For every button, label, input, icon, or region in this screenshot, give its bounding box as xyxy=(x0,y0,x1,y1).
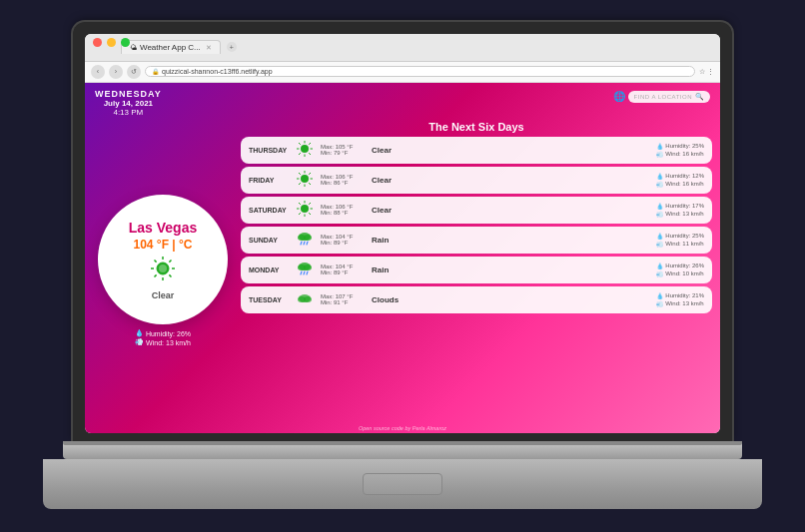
day-humidity-value: Humidity: 26% xyxy=(665,263,704,268)
day-condition: Clear xyxy=(372,176,650,185)
day-weather-icon xyxy=(295,289,315,310)
wind-blow-icon: 💨 xyxy=(656,241,663,248)
wind-blow-icon: 💨 xyxy=(656,151,663,158)
browser-actions: ☆ ⋮ xyxy=(699,68,714,76)
humidity-label: Humidity: xyxy=(146,330,175,337)
forecast-day-friday: FRIDAY Max: 106 °F Min: 86 °F Clear xyxy=(241,167,712,194)
day-condition: Clouds xyxy=(372,295,650,304)
svg-line-40 xyxy=(301,242,302,245)
new-tab-button[interactable]: + xyxy=(227,42,237,52)
day-condition: Rain xyxy=(372,266,650,274)
wind-blow-icon: 💨 xyxy=(656,300,663,307)
day-weather-icon xyxy=(295,230,315,251)
tab-bar: 🌤 Weather App C... ✕ + xyxy=(85,34,720,62)
wind-blow-icon: 💨 xyxy=(656,270,663,277)
humidity-row: 💧 Humidity: 26% xyxy=(135,329,191,337)
weather-body: Las Vegas 104 °F | °C xyxy=(85,121,720,425)
forward-button[interactable]: › xyxy=(109,65,123,79)
forecast-day-saturday: SATURDAY Max: 106 °F Min: 88 °F Cle xyxy=(241,197,712,224)
temperature: 104 °F | °C xyxy=(134,238,193,252)
svg-line-6 xyxy=(169,274,171,276)
current-weather-icon xyxy=(149,255,177,288)
day-wind-value: Wind: 16 km/h xyxy=(665,151,703,157)
laptop-hinge xyxy=(63,441,742,445)
nav-bar: ‹ › ↺ 🔒 quizzical-shannon-c13ff6.netlify… xyxy=(85,62,720,83)
footer-credit: Open source code by Perla Almaroz xyxy=(85,425,720,433)
day-humidity: 💧 Humidity: 26% xyxy=(656,263,704,269)
humidity-drop-icon: 💧 xyxy=(656,263,663,269)
location-input[interactable]: FIND A LOCATION 🔍 xyxy=(628,91,710,103)
day-temps: Max: 104 °F Min: 89 °F xyxy=(321,264,366,275)
day-name: THURSDAY xyxy=(249,147,289,154)
day-weather-icon xyxy=(295,140,315,161)
forecast-panel: The Next Six Days THURSDAY xyxy=(241,121,712,421)
svg-line-42 xyxy=(307,242,308,245)
svg-line-47 xyxy=(304,271,305,274)
maximize-button[interactable] xyxy=(121,38,130,47)
day-humidity-value: Humidity: 21% xyxy=(665,292,704,298)
day-name: SUNDAY xyxy=(249,237,289,244)
weather-header: WEDNESDAY July 14, 2021 4:13 PM 🌐 FIND A… xyxy=(85,83,720,121)
forecast-day-tuesday: TUESDAY Max: 107 °F Min: 91 °F Clouds 💧 … xyxy=(241,286,712,313)
day-wind: 💨 Wind: 16 km/h xyxy=(656,151,704,158)
svg-line-5 xyxy=(155,260,157,262)
day-min: Min: 88 °F xyxy=(321,210,366,216)
day-details: 💧 Humidity: 21% 💨 Wind: 13 km/h xyxy=(656,292,704,307)
svg-point-51 xyxy=(304,296,312,302)
svg-point-9 xyxy=(159,265,167,272)
wind-label: Wind: xyxy=(146,339,164,346)
humidity-drop-icon: 💧 xyxy=(656,173,663,180)
svg-line-48 xyxy=(307,271,308,274)
svg-line-25 xyxy=(309,183,311,185)
day-details: 💧 Humidity: 12% 💨 Wind: 16 km/h xyxy=(656,173,704,188)
svg-point-28 xyxy=(301,205,309,213)
wind-blow-icon: 💨 xyxy=(656,211,663,218)
svg-point-39 xyxy=(304,235,312,241)
back-button[interactable]: ‹ xyxy=(91,65,105,79)
wind-icon: 💨 xyxy=(135,338,144,346)
address-bar[interactable]: 🔒 quizzical-shannon-c13ff6.netlify.app xyxy=(145,66,695,77)
day-humidity: 💧 Humidity: 25% xyxy=(656,143,704,150)
day-temps: Max: 104 °F Min: 89 °F xyxy=(321,234,366,246)
svg-line-24 xyxy=(299,173,301,175)
day-humidity-value: Humidity: 25% xyxy=(665,143,704,149)
humidity-drop-icon: 💧 xyxy=(656,143,663,150)
day-min: Min: 89 °F xyxy=(321,240,366,246)
day-min: Min: 79 °F xyxy=(321,150,366,156)
svg-line-8 xyxy=(155,274,157,276)
day-wind: 💨 Wind: 10 km/h xyxy=(656,270,704,277)
current-circle: Las Vegas 104 °F | °C xyxy=(98,195,228,324)
trackpad[interactable] xyxy=(363,473,442,495)
svg-line-26 xyxy=(309,173,311,175)
humidity-drop-icon: 💧 xyxy=(656,203,663,210)
day-condition: Clear xyxy=(372,206,650,215)
day-wind: 💨 Wind: 13 km/h xyxy=(656,300,704,307)
active-tab[interactable]: 🌤 Weather App C... ✕ xyxy=(121,40,221,54)
current-condition: Clear xyxy=(152,290,175,300)
minimize-button[interactable] xyxy=(107,38,116,47)
day-min: Min: 91 °F xyxy=(321,299,366,305)
svg-point-19 xyxy=(301,175,309,183)
forecast-days: THURSDAY Max: 105 °F Min: 79 °F Cle xyxy=(241,137,712,313)
svg-line-33 xyxy=(299,203,301,205)
svg-line-46 xyxy=(301,271,302,274)
location-search: 🌐 FIND A LOCATION 🔍 xyxy=(613,91,710,103)
close-button[interactable] xyxy=(93,38,102,47)
day-weather-icon xyxy=(295,200,315,221)
day-details: 💧 Humidity: 17% 💨 Wind: 13 km/h xyxy=(656,203,704,218)
day-temps: Max: 106 °F Min: 86 °F xyxy=(321,174,366,186)
svg-line-27 xyxy=(299,183,301,185)
day-weather-icon xyxy=(295,260,315,280)
day-wind-value: Wind: 13 km/h xyxy=(665,300,703,306)
day-temps: Max: 106 °F Min: 88 °F xyxy=(321,204,366,216)
humidity-drop-icon: 💧 xyxy=(656,233,663,240)
wind-row: 💨 Wind: 13 km/h xyxy=(135,338,191,346)
svg-line-34 xyxy=(309,213,311,215)
humidity-icon: 💧 xyxy=(135,329,144,337)
refresh-button[interactable]: ↺ xyxy=(127,65,141,79)
day-wind-value: Wind: 10 km/h xyxy=(665,270,703,276)
globe-icon: 🌐 xyxy=(613,91,625,102)
day-humidity: 💧 Humidity: 25% xyxy=(656,233,704,240)
day-humidity-value: Humidity: 25% xyxy=(665,233,704,239)
forecast-title: The Next Six Days xyxy=(241,121,712,133)
